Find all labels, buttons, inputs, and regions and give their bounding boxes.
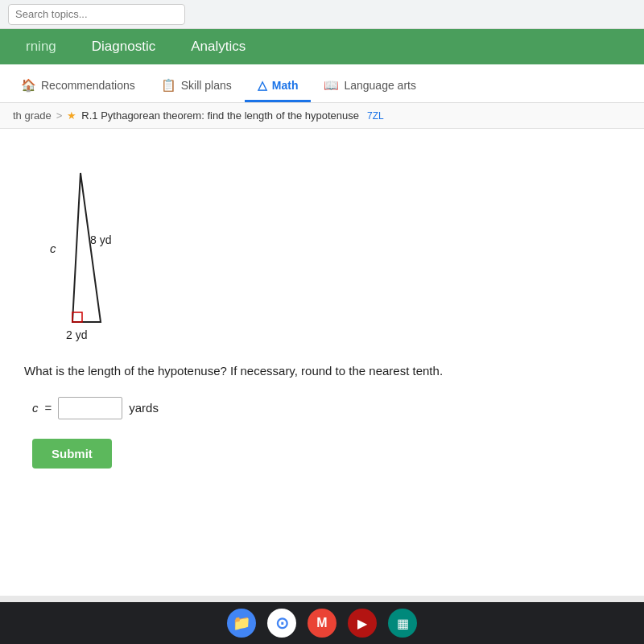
main-content: c 8 yd 2 yd What is the length of the hy… (0, 129, 644, 596)
breadcrumb: th grade > ★ R.1 Pythagorean theorem: fi… (0, 103, 644, 129)
svg-marker-0 (72, 173, 101, 322)
svg-rect-1 (72, 312, 82, 322)
skill-plans-icon: 📋 (161, 78, 176, 93)
tab-math[interactable]: △ Math (245, 70, 312, 102)
tab-language-arts[interactable]: 📖 Language arts (311, 70, 429, 102)
tab-recommendations[interactable]: 🏠 Recommendations (8, 70, 148, 102)
meet-icon[interactable]: ▦ (388, 609, 417, 638)
gmail-icon[interactable]: M (308, 609, 336, 638)
diagram-area: c 8 yd 2 yd (48, 169, 161, 346)
tab-bar: 🏠 Recommendations 📋 Skill plans △ Math 📖… (0, 64, 644, 103)
search-bar-area (0, 0, 644, 29)
recommendations-icon: 🏠 (21, 78, 36, 93)
tab-math-label: Math (272, 79, 299, 92)
answer-row: c = yards (32, 397, 620, 419)
taskbar: 📁 ⊙ M ▶ ▦ (0, 602, 644, 644)
language-arts-icon: 📖 (324, 78, 339, 93)
answer-input[interactable] (58, 397, 122, 419)
nav-item-learning[interactable]: rning (8, 29, 74, 64)
answer-label: c (32, 401, 39, 415)
star-icon: ★ (67, 109, 76, 122)
tab-recommendations-label: Recommendations (41, 79, 135, 92)
label-8yd: 8 yd (90, 233, 111, 246)
top-nav: rning Diagnostic Analytics (0, 29, 644, 64)
label-c: c (50, 242, 56, 255)
nav-item-analytics[interactable]: Analytics (173, 29, 263, 64)
tab-skill-plans[interactable]: 📋 Skill plans (148, 70, 245, 102)
triangle-svg (48, 169, 145, 338)
search-input[interactable] (8, 4, 185, 25)
chrome-icon[interactable]: ⊙ (267, 609, 296, 638)
breadcrumb-chevron: > (56, 109, 63, 122)
math-icon: △ (258, 78, 267, 93)
submit-button[interactable]: Submit (32, 439, 112, 469)
grade-label: th grade (13, 109, 52, 122)
files-icon[interactable]: 📁 (227, 609, 256, 638)
units-label: yards (129, 401, 159, 415)
skill-code-label: 7ZL (367, 110, 384, 122)
question-text: What is the length of the hypotenuse? If… (24, 362, 620, 381)
tab-skill-plans-label: Skill plans (181, 79, 232, 92)
equals-sign: = (45, 401, 52, 415)
nav-item-diagnostic[interactable]: Diagnostic (74, 29, 173, 64)
label-2yd: 2 yd (66, 328, 87, 341)
youtube-icon[interactable]: ▶ (348, 609, 377, 638)
skill-name-label: R.1 Pythagorean theorem: find the length… (81, 109, 359, 122)
tab-language-arts-label: Language arts (344, 79, 416, 92)
